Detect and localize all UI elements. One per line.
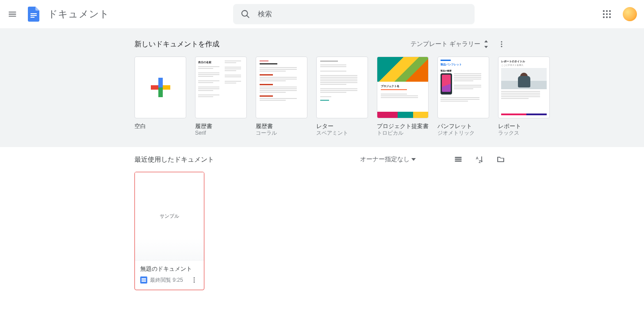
docs-logo-icon (28, 7, 39, 22)
template-sublabel: ジオメトリック (437, 130, 489, 136)
thumb-subheading: 製品の概要 (441, 69, 486, 72)
apps-launcher-button[interactable] (598, 5, 616, 23)
svg-text:Z: Z (479, 159, 481, 164)
svg-point-3 (603, 10, 605, 12)
template-row: 空白 自分の名前 (134, 57, 510, 136)
list-view-icon (454, 155, 463, 164)
account-avatar[interactable] (623, 7, 637, 21)
more-vert-icon (191, 276, 198, 284)
svg-point-6 (603, 13, 605, 15)
template-card-resume-coral[interactable]: 履歴書 コーラル (256, 57, 307, 136)
gallery-title: 新しいドキュメントを作成 (134, 40, 408, 49)
thumb-subheading: ここにテキストを挿入 (501, 64, 547, 66)
doc-preview-text: サンプル (160, 213, 179, 219)
template-sublabel: ラックス (498, 130, 550, 136)
template-sublabel: スペアミント (316, 130, 368, 136)
template-thumb: レポートのタイトル ここにテキストを挿入 (498, 57, 550, 118)
svg-point-4 (606, 10, 608, 12)
gallery-header: 新しいドキュメントを作成 テンプレート ギャラリー (134, 35, 510, 53)
template-label: 履歴書 (195, 123, 247, 130)
phone-mock-icon (441, 73, 452, 95)
svg-point-9 (603, 16, 605, 18)
svg-point-13 (501, 44, 502, 45)
svg-point-10 (606, 16, 608, 18)
svg-point-8 (609, 13, 611, 15)
template-thumb-blank (134, 57, 186, 118)
template-sublabel: トロピカル (377, 130, 429, 136)
search-input[interactable] (258, 10, 471, 18)
search-icon (241, 9, 250, 19)
thumb-heading: 自分の名前 (198, 61, 223, 64)
doc-meta: 無題のドキュメント 最終閲覧 9:25 (135, 261, 204, 290)
sort-az-icon: A Z (475, 155, 484, 164)
thumb-heading: レポートのタイトル (501, 60, 547, 64)
doc-title: 無題のドキュメント (140, 265, 199, 273)
svg-point-11 (609, 16, 611, 18)
more-vert-icon (498, 40, 506, 48)
svg-rect-0 (31, 13, 37, 14)
doc-more-button[interactable] (189, 275, 199, 285)
template-thumb (316, 57, 368, 118)
template-card-proposal-tropical[interactable]: プロジェクト名 プロジェクト提案書 トロピカル (377, 57, 429, 136)
owner-filter-label: オーナー指定なし (360, 155, 410, 163)
template-card-brochure-geometric[interactable]: 製品パンフレット 製品の概要 パンフレット (437, 57, 489, 136)
recent-grid: サンプル 無題のドキュメント 最終閲覧 9:25 (134, 172, 510, 308)
app-name: ドキュメント (48, 8, 109, 21)
template-card-blank[interactable]: 空白 (134, 57, 186, 136)
hamburger-icon (8, 9, 17, 19)
svg-point-17 (194, 277, 195, 279)
template-card-letter-spearmint[interactable]: レター スペアミント (316, 57, 368, 136)
plus-icon (151, 78, 170, 97)
svg-point-7 (606, 13, 608, 15)
search-button[interactable] (237, 5, 254, 23)
owner-filter-dropdown[interactable]: オーナー指定なし (356, 153, 419, 166)
caret-down-icon (411, 158, 416, 161)
docs-logo (25, 5, 42, 23)
svg-rect-2 (31, 17, 34, 18)
template-card-resume-serif[interactable]: 自分の名前 (195, 57, 247, 136)
svg-point-18 (194, 280, 195, 281)
thumb-heading: プロジェクト名 (381, 84, 425, 88)
photo-placeholder-icon (501, 68, 547, 89)
template-label: レター (316, 123, 368, 130)
search-wrap (113, 4, 594, 24)
gallery-toggle[interactable]: テンプレート ギャラリー (408, 38, 492, 51)
svg-text:A: A (476, 156, 479, 160)
template-thumb: プロジェクト名 (377, 57, 429, 118)
template-sublabel: コーラル (256, 130, 307, 136)
app-header: ドキュメント (0, 0, 644, 28)
template-label: レポート (498, 123, 550, 130)
apps-grid-icon (602, 10, 611, 19)
svg-point-14 (501, 46, 502, 47)
folder-icon (496, 155, 505, 164)
template-label: パンフレット (437, 123, 489, 130)
template-thumb (256, 57, 307, 118)
search-bar[interactable] (233, 4, 475, 24)
template-label: 空白 (134, 123, 186, 130)
main-menu-button[interactable] (4, 5, 21, 23)
template-sublabel: Serif (195, 130, 247, 136)
svg-point-19 (194, 282, 195, 283)
template-label: 履歴書 (256, 123, 307, 130)
template-card-report-luxe[interactable]: レポートのタイトル ここにテキストを挿入 レポート ラックス (498, 57, 550, 136)
template-thumb: 製品パンフレット 製品の概要 (437, 57, 489, 118)
doc-timestamp: 最終閲覧 9:25 (150, 276, 186, 284)
unfold-icon (483, 40, 489, 48)
template-gallery: 新しいドキュメントを作成 テンプレート ギャラリー 空白 (0, 28, 644, 147)
svg-point-12 (501, 41, 502, 42)
thumb-heading: 製品パンフレット (441, 63, 486, 67)
doc-card[interactable]: サンプル 無題のドキュメント 最終閲覧 9:25 (134, 172, 204, 290)
list-view-button[interactable] (449, 151, 467, 168)
sort-button[interactable]: A Z (471, 151, 488, 168)
recent-title: 最近使用したドキュメント (134, 155, 214, 164)
docs-file-icon (140, 276, 147, 284)
open-picker-button[interactable] (492, 151, 510, 168)
template-label: プロジェクト提案書 (377, 123, 429, 130)
recent-toolbar: 最近使用したドキュメント オーナー指定なし A Z (134, 147, 510, 172)
gallery-toggle-label: テンプレート ギャラリー (410, 40, 480, 48)
doc-thumbnail: サンプル (135, 172, 204, 261)
template-thumb: 自分の名前 (195, 57, 247, 118)
svg-rect-1 (31, 15, 37, 16)
gallery-more-button[interactable] (494, 36, 510, 52)
svg-point-5 (609, 10, 611, 12)
